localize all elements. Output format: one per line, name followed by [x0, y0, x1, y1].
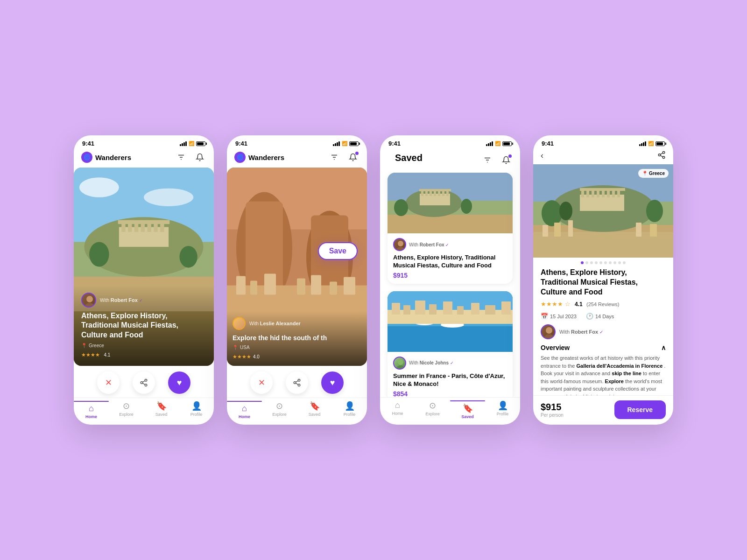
- dot-2: [590, 261, 593, 264]
- back-button[interactable]: ‹: [541, 151, 543, 161]
- travel-card-athens[interactable]: With Robert Fox ✓ Athens, Explore Histor…: [74, 168, 214, 366]
- action-buttons-2: ✕ ♥: [227, 366, 367, 398]
- detail-content: Athens, Explore History, Traditional Mus…: [533, 268, 673, 395]
- status-time-3: 9:41: [388, 140, 401, 147]
- nav-saved-label-2: Saved: [309, 412, 321, 417]
- reserve-button[interactable]: Reserve: [614, 400, 666, 419]
- saved-card-1[interactable]: With Robert Fox ✓ Athens, Explore Histor…: [388, 173, 513, 284]
- nav-profile-1[interactable]: 👤 Profile: [179, 401, 214, 419]
- save-badge[interactable]: Save: [318, 242, 358, 260]
- dislike-button-2[interactable]: ✕: [250, 371, 273, 394]
- phone-2: 9:41 📶 🌀 Wanderers: [227, 135, 367, 425]
- nav-saved-1[interactable]: 🔖 Saved: [144, 401, 179, 419]
- overview-collapse-icon[interactable]: ∧: [661, 344, 666, 351]
- dislike-button-1[interactable]: ✕: [97, 371, 120, 394]
- nav-home-label-1: Home: [85, 414, 97, 419]
- guide-name-leslie: Leslie Alexander: [260, 321, 301, 326]
- dot-8: [618, 261, 621, 264]
- dot-6: [609, 261, 612, 264]
- detail-footer: $915 Per person Reserve: [533, 395, 673, 425]
- signal-icon-2: [333, 141, 340, 146]
- saved-card-2-img: [388, 291, 513, 352]
- nav-explore-label-2: Explore: [272, 412, 287, 417]
- detail-duration-item: 🕐 14 Days: [586, 313, 614, 320]
- status-icons-4: 📶: [639, 141, 665, 146]
- notification-button-2[interactable]: [346, 151, 359, 164]
- nav-home-3[interactable]: ⌂ Home: [380, 400, 415, 419]
- saved-guide-text-1: With Robert Fox ✓: [409, 242, 449, 247]
- svg-rect-40: [250, 281, 257, 295]
- detail-date-item: 📅 15 Jul 2023: [541, 313, 577, 320]
- signal-icon-3: [486, 141, 493, 146]
- svg-point-118: [544, 334, 554, 339]
- nav-profile-3[interactable]: 👤 Profile: [485, 400, 520, 419]
- dot-3: [595, 261, 598, 264]
- svg-rect-115: [636, 223, 641, 237]
- phone-4: 9:41 📶 ‹: [533, 135, 673, 425]
- nav-home-2[interactable]: ⌂ Home: [227, 401, 262, 419]
- nav-explore-label-1: Explore: [119, 412, 134, 417]
- explore-icon-1: ⊙: [123, 401, 130, 411]
- status-time-1: 9:41: [82, 140, 94, 147]
- nav-home-1[interactable]: ⌂ Home: [74, 401, 109, 419]
- battery-icon-4: [655, 141, 665, 146]
- notification-button-1[interactable]: [193, 151, 206, 164]
- like-button-2[interactable]: ♥: [321, 371, 344, 394]
- saved-card-2[interactable]: With Nicole Johns ✓ Summer in France - P…: [388, 291, 513, 397]
- svg-rect-112: [543, 225, 548, 237]
- svg-point-26: [145, 384, 147, 386]
- detail-image-container: 📍 Greece: [533, 164, 673, 258]
- card-overlay-1: With Robert Fox ✓ Athens, Explore Histor…: [74, 285, 214, 366]
- phone-1: 9:41 📶 🌀 Wanderers: [74, 135, 214, 425]
- nav-explore-1[interactable]: ⊙ Explore: [109, 401, 144, 419]
- svg-point-89: [662, 152, 665, 154]
- nav-profile-2[interactable]: 👤 Profile: [332, 401, 367, 419]
- phone-3: 9:41 📶 Saved: [380, 135, 520, 425]
- nav-saved-3[interactable]: 🔖 Saved: [450, 400, 485, 419]
- header-icons-1: [175, 151, 206, 164]
- bottom-nav-3: ⌂ Home ⊙ Explore 🔖 Saved 👤 Profile: [380, 397, 520, 425]
- svg-rect-102: [597, 190, 599, 197]
- detail-price-block: $915 Per person: [541, 402, 564, 418]
- share-button-2[interactable]: [286, 371, 308, 394]
- saved-header-icons: [481, 154, 513, 167]
- nav-saved-label-3: Saved: [461, 414, 474, 419]
- saved-avatar-1: [393, 238, 406, 251]
- card-swipe-area-2[interactable]: With Robert F Athens, Explore His Tradit…: [227, 168, 367, 366]
- share-button-1[interactable]: [133, 371, 155, 394]
- saved-card-1-body: With Robert Fox ✓ Athens, Explore Histor…: [388, 233, 513, 284]
- card-swipe-area-1[interactable]: With Robert Fox ✓ Athens, Explore Histor…: [74, 168, 214, 366]
- saved-avatar-2: [393, 357, 406, 370]
- nav-explore-3[interactable]: ⊙ Explore: [415, 400, 450, 419]
- battery-icon-3: [502, 141, 512, 146]
- card-rating-1: ★★★★ 4.1: [81, 350, 206, 358]
- signal-icon-4: [639, 141, 646, 146]
- svg-point-20: [180, 246, 197, 268]
- nav-profile-label-1: Profile: [190, 412, 203, 417]
- status-time-4: 9:41: [542, 140, 554, 147]
- svg-rect-72: [388, 324, 513, 352]
- saved-filter-btn[interactable]: [481, 154, 494, 167]
- clock-icon: 🕐: [586, 313, 593, 320]
- notification-dot-2: [355, 152, 359, 155]
- filter-button-1[interactable]: [175, 151, 188, 164]
- svg-point-19: [89, 242, 109, 266]
- detail-guide-avatar: [541, 324, 556, 339]
- detail-title: Athens, Explore History, Traditional Mus…: [541, 268, 666, 297]
- detail-price: $915: [541, 402, 564, 413]
- front-travel-card-2[interactable]: With Leslie Alexander Explore the hid th…: [227, 168, 367, 366]
- card-title-1: Athens, Explore History, Traditional Mus…: [81, 311, 206, 340]
- share-button-4[interactable]: [657, 151, 666, 161]
- saved-notif-btn[interactable]: [500, 154, 513, 167]
- nav-saved-2[interactable]: 🔖 Saved: [297, 401, 332, 419]
- nav-explore-2[interactable]: ⊙ Explore: [262, 401, 297, 419]
- saved-card-1-img: [388, 173, 513, 233]
- calendar-icon: 📅: [541, 313, 548, 320]
- like-button-1[interactable]: ♥: [168, 371, 190, 394]
- saved-icon-1: 🔖: [156, 401, 167, 411]
- nav-home-label-2: Home: [239, 414, 250, 419]
- svg-point-7: [79, 177, 119, 197]
- svg-rect-107: [580, 188, 625, 191]
- filter-button-2[interactable]: [328, 151, 341, 164]
- svg-rect-105: [612, 190, 615, 197]
